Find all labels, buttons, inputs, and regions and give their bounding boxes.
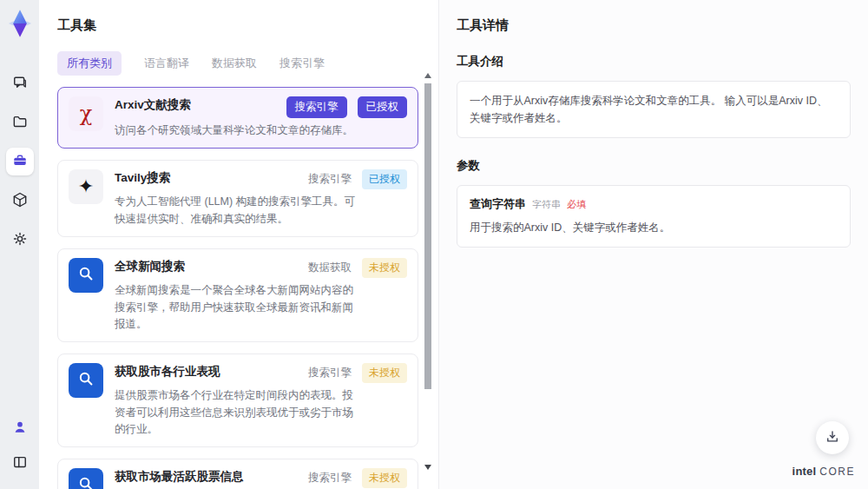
tool-card[interactable]: χ Arxiv文献搜索 搜索引擎 已授权 访问各个研究领域大量科学论文和文章的存…: [57, 87, 418, 149]
page-title: 工具集: [57, 17, 438, 34]
category-badge: 搜索引擎: [308, 172, 352, 187]
sparkle-icon: ✦: [78, 177, 94, 196]
tool-icon-tile: ✦: [69, 169, 103, 204]
tab-所有类别[interactable]: 所有类别: [57, 51, 122, 76]
tool-icon-tile: χ: [69, 96, 103, 131]
tool-detail-panel: 工具详情 工具介绍 一个用于从Arxiv存储库搜索科学论文和文章的工具。 输入可…: [438, 0, 868, 489]
tool-card[interactable]: 获取市场最活跃股票信息 搜索引擎 未授权 提供当天交易量最高的股票列表，投资者可…: [57, 459, 418, 489]
category-badge: 数据获取: [308, 261, 352, 275]
sidebar-item-settings[interactable]: [6, 226, 34, 254]
user-icon: [11, 419, 29, 439]
tool-card[interactable]: 获取股市各行业表现 搜索引擎 未授权 提供股票市场各个行业在特定时间段内的表现。…: [57, 354, 418, 447]
arxiv-icon: χ: [80, 103, 93, 124]
tool-name: Arxiv文献搜索: [115, 96, 191, 113]
status-badge: 未授权: [362, 363, 407, 383]
tool-name: 获取市场最活跃股票信息: [115, 468, 244, 485]
settings-icon: [11, 230, 29, 250]
scroll-up-arrow-icon[interactable]: [424, 73, 431, 78]
detail-title: 工具详情: [457, 17, 851, 34]
param-required-badge: 必填: [567, 198, 586, 211]
tool-name: 全球新闻搜索: [115, 258, 185, 274]
tab-语言翻译[interactable]: 语言翻译: [144, 51, 189, 76]
status-badge: 已授权: [358, 96, 408, 118]
sidebar-item-folder[interactable]: [6, 109, 34, 136]
status-badge: 未授权: [362, 258, 407, 278]
intro-heading: 工具介绍: [457, 54, 851, 69]
sidebar-item-toolbox[interactable]: [6, 148, 34, 175]
panel-icon: [11, 453, 29, 473]
tool-description: 全球新闻搜索是一个聚合全球各大新闻网站内容的搜索引擎，帮助用户快速获取全球最新资…: [115, 282, 362, 333]
tool-icon-tile: [69, 468, 103, 489]
param-name: 查询字符串: [470, 196, 526, 212]
sidebar-item-user[interactable]: [6, 414, 34, 442]
tool-list-panel: 工具集 所有类别语言翻译数据获取搜索引擎 χ Arxiv文献搜索 搜索引擎 已授…: [39, 0, 438, 489]
tool-name: Tavily搜索: [115, 169, 170, 186]
scroll-down-arrow-icon[interactable]: [424, 465, 431, 470]
tool-card[interactable]: ✦ Tavily搜索 搜索引擎 已授权 专为人工智能代理 (LLM) 构建的搜索…: [57, 160, 418, 237]
toolbox-icon: [11, 152, 29, 172]
intro-text: 一个用于从Arxiv存储库搜索科学论文和文章的工具。 输入可以是Arxiv ID…: [470, 92, 838, 127]
tool-icon-tile: [69, 258, 103, 293]
category-badge: 搜索引擎: [308, 471, 352, 486]
param-box: 查询字符串 字符串 必填 用于搜索的Arxiv ID、关键字或作者姓名。: [457, 185, 851, 248]
app-window: 工具集 所有类别语言翻译数据获取搜索引擎 χ Arxiv文献搜索 搜索引擎 已授…: [0, 0, 868, 489]
scrollbar[interactable]: [424, 73, 432, 475]
tool-icon-tile: [69, 363, 103, 398]
tool-name: 获取股市各行业表现: [115, 363, 220, 380]
params-heading: 参数: [457, 158, 851, 174]
sidebar-bottom: [6, 414, 34, 477]
sidebar-item-chat[interactable]: [6, 69, 34, 97]
tab-搜索引擎[interactable]: 搜索引擎: [279, 51, 325, 76]
category-badge: 搜索引擎: [308, 366, 352, 380]
status-badge: 已授权: [362, 169, 407, 189]
package-icon: [11, 191, 29, 211]
tool-description: 专为人工智能代理 (LLM) 构建的搜索引擎工具。可快速提供实时、准确和真实的结…: [115, 194, 362, 228]
news-search-icon: [76, 264, 95, 287]
chat-icon: [11, 74, 29, 94]
intro-box: 一个用于从Arxiv存储库搜索科学论文和文章的工具。 输入可以是Arxiv ID…: [457, 81, 851, 138]
tool-card[interactable]: 全球新闻搜索 数据获取 未授权 全球新闻搜索是一个聚合全球各大新闻网站内容的搜索…: [57, 248, 418, 342]
category-badge: 搜索引擎: [286, 96, 347, 118]
download-button[interactable]: [816, 421, 849, 454]
sidebar: [0, 0, 39, 489]
tool-description: 访问各个研究领域大量科学论文和文章的存储库。: [115, 122, 362, 139]
stock-search-icon: [76, 474, 95, 489]
app-logo: [5, 7, 35, 40]
param-description: 用于搜索的Arxiv ID、关键字或作者姓名。: [470, 219, 838, 236]
tool-card-list: χ Arxiv文献搜索 搜索引擎 已授权 访问各个研究领域大量科学论文和文章的存…: [57, 87, 418, 489]
tab-数据获取[interactable]: 数据获取: [212, 51, 257, 76]
stock-search-icon: [76, 369, 95, 392]
category-tabs: 所有类别语言翻译数据获取搜索引擎: [57, 51, 438, 76]
sidebar-item-panel[interactable]: [6, 449, 34, 477]
sidebar-item-package[interactable]: [6, 187, 34, 215]
tool-description: 提供股票市场各个行业在特定时间段内的表现。投资者可以利用这些信息来识别表现优于或…: [115, 387, 362, 438]
scrollbar-thumb[interactable]: [424, 83, 431, 389]
param-type: 字符串: [532, 198, 561, 211]
intel-core-logo: intel CORE: [792, 465, 855, 478]
status-badge: 未授权: [362, 468, 407, 488]
download-icon: [825, 429, 840, 447]
folder-icon: [11, 113, 29, 133]
sidebar-nav: [6, 69, 34, 254]
